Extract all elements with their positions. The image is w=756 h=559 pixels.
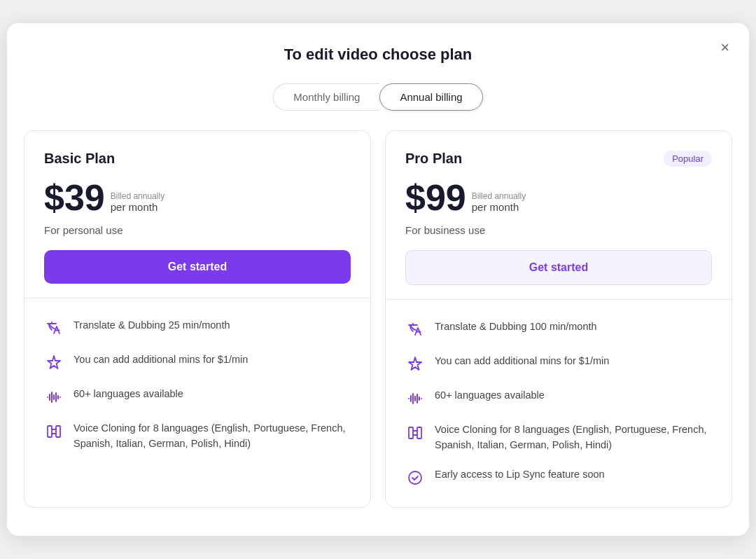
- plan-features-basic: Translate & Dubbing 25 min/month You can…: [24, 298, 370, 471]
- plan-subtitle: For personal use: [44, 224, 351, 236]
- translate-icon: [44, 319, 64, 338]
- check-circle-icon: [405, 468, 425, 488]
- plan-name-row: Pro Plan Popular: [405, 151, 712, 167]
- feature-text: Translate & Dubbing 100 min/month: [435, 319, 597, 335]
- waveform-icon: [405, 389, 425, 408]
- plan-price: $39: [44, 179, 105, 216]
- annual-billing-button[interactable]: Annual billing: [379, 83, 482, 111]
- plan-header-pro: Pro Plan Popular $99 Billed annually per…: [386, 131, 732, 300]
- billing-toggle: Monthly billing Annual billing: [24, 83, 732, 111]
- sparkle-icon: [405, 354, 425, 374]
- modal-header: To edit video choose plan: [24, 46, 732, 64]
- svg-rect-18: [409, 427, 413, 439]
- svg-rect-8: [56, 426, 60, 437]
- feature-text: 60+ languages available: [74, 387, 183, 402]
- feature-item: Translate & Dubbing 100 min/month: [405, 319, 712, 340]
- per-month: per month: [111, 201, 164, 213]
- svg-rect-19: [417, 427, 421, 439]
- plan-name: Pro Plan: [405, 151, 462, 167]
- plan-subtitle: For business use: [405, 224, 712, 236]
- svg-point-22: [409, 471, 421, 484]
- per-month: per month: [472, 201, 526, 213]
- feature-item: Early access to Lip Sync feature soon: [405, 467, 712, 488]
- plan-name: Basic Plan: [44, 151, 115, 167]
- plan-features-pro: Translate & Dubbing 100 min/month You ca…: [386, 300, 732, 507]
- feature-item: You can add additional mins for $1/min: [405, 354, 712, 374]
- feature-text: You can add additional mins for $1/min: [74, 352, 248, 368]
- voice-clone-icon: [44, 422, 64, 441]
- feature-item: Voice Cloning for 8 languages (English, …: [405, 422, 712, 453]
- price-details: Billed annually per month: [472, 191, 526, 216]
- feature-item: 60+ languages available: [405, 388, 712, 408]
- feature-item: You can add additional mins for $1/min: [44, 352, 351, 373]
- close-button[interactable]: ×: [718, 37, 732, 58]
- popular-badge: Popular: [664, 151, 712, 167]
- billed-note: Billed annually: [111, 191, 164, 201]
- waveform-icon: [44, 387, 64, 407]
- get-started-button-pro[interactable]: Get started: [405, 250, 712, 285]
- feature-text: Voice Cloning for 8 languages (English, …: [74, 421, 351, 452]
- get-started-button-basic[interactable]: Get started: [44, 250, 351, 284]
- translate-icon: [405, 320, 425, 340]
- feature-text: Voice Cloning for 8 languages (English, …: [435, 422, 712, 453]
- plan-header-basic: Basic Plan $39 Billed annually per month…: [24, 131, 370, 298]
- price-row: $39 Billed annually per month: [44, 179, 351, 216]
- feature-text: You can add additional mins for $1/min: [435, 354, 609, 369]
- plans-container: Basic Plan $39 Billed annually per month…: [24, 130, 732, 508]
- sparkle-icon: [44, 353, 64, 373]
- feature-text: Translate & Dubbing 25 min/month: [74, 318, 230, 333]
- feature-text: Early access to Lip Sync feature soon: [435, 467, 605, 483]
- feature-text: 60+ languages available: [435, 388, 545, 403]
- svg-rect-7: [48, 426, 52, 437]
- price-row: $99 Billed annually per month: [405, 179, 712, 216]
- feature-item: Voice Cloning for 8 languages (English, …: [44, 421, 351, 452]
- plan-name-row: Basic Plan: [44, 151, 351, 167]
- plan-card-pro: Pro Plan Popular $99 Billed annually per…: [385, 130, 732, 508]
- voice-clone-icon: [405, 423, 425, 443]
- modal-title: To edit video choose plan: [24, 46, 732, 64]
- price-details: Billed annually per month: [111, 191, 164, 216]
- pricing-modal: To edit video choose plan × Monthly bill…: [7, 23, 749, 536]
- feature-item: Translate & Dubbing 25 min/month: [44, 318, 351, 338]
- monthly-billing-button[interactable]: Monthly billing: [273, 83, 379, 111]
- plan-price: $99: [405, 179, 466, 216]
- plan-card-basic: Basic Plan $39 Billed annually per month…: [24, 130, 371, 508]
- billed-note: Billed annually: [472, 191, 526, 201]
- feature-item: 60+ languages available: [44, 387, 351, 407]
